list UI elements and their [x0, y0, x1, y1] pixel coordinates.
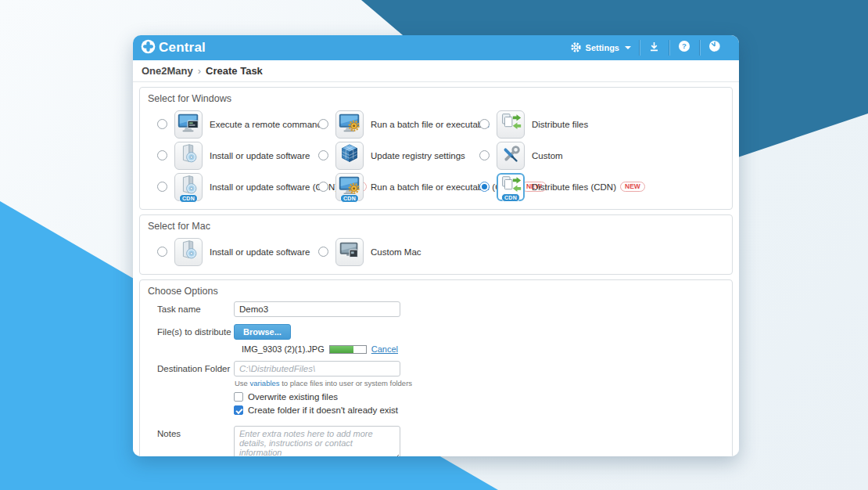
tile-install-or-update-software[interactable]	[174, 238, 203, 266]
radio-install-or-update-software[interactable]	[157, 150, 167, 160]
destination-label: Destination Folder	[157, 361, 234, 419]
option-distribute-files-cdn[interactable]: CDNDistribute files (CDN)NEW	[479, 171, 724, 202]
option-label: Execute a remote command	[210, 120, 322, 129]
select-for-mac-panel: Select for Mac Install or update softwar…	[139, 214, 733, 275]
task-name-label: Task name	[157, 301, 234, 317]
settings-menu[interactable]: Settings	[562, 35, 639, 60]
radio-run-a-batch-file-or-executable[interactable]	[318, 119, 328, 129]
tile-install-or-update-software[interactable]	[174, 142, 203, 170]
tile-distribute-files[interactable]	[497, 110, 525, 139]
files-row: File(s) to distribute Browse... IMG_9303…	[157, 324, 724, 354]
radio-custom[interactable]	[479, 150, 490, 160]
uploaded-file-row: IMG_9303 (2)(1).JPG Cancel	[242, 344, 398, 354]
radio-run-a-batch-file-or-executable-cdn[interactable]	[318, 182, 328, 192]
option-execute-a-remote-command[interactable]: Execute a remote command	[157, 109, 318, 139]
new-badge: NEW	[620, 182, 645, 192]
tile-run-a-batch-file-or-executable-cdn[interactable]: CDN	[335, 173, 364, 201]
breadcrumb: One2Many › Create Task	[133, 60, 739, 82]
svg-text:?: ?	[682, 41, 687, 50]
upload-progress-fill	[330, 346, 353, 353]
tile-custom[interactable]	[497, 142, 525, 170]
app-title: Central	[159, 40, 206, 56]
cancel-upload-link[interactable]: Cancel	[371, 344, 398, 354]
option-label: Update registry settings	[371, 151, 465, 160]
option-distribute-files[interactable]: Distribute files	[479, 109, 724, 139]
destination-folder-input[interactable]	[234, 361, 400, 377]
option-update-registry-settings[interactable]: Update registry settings	[318, 140, 479, 171]
files-label: File(s) to distribute	[157, 324, 234, 354]
software-cd-icon	[176, 238, 201, 266]
checkbox-label: Create folder if it doesn't already exis…	[248, 405, 398, 415]
wrench-screwdriver-icon	[498, 142, 523, 170]
monitor-mac-icon	[337, 238, 362, 266]
radio-distribute-files[interactable]	[479, 119, 490, 129]
desktop-background: Central Settings	[0, 0, 868, 490]
tile-execute-a-remote-command[interactable]	[174, 110, 203, 139]
option-install-or-update-software[interactable]: Install or update software	[157, 140, 318, 171]
gear-icon	[570, 41, 582, 55]
variables-link[interactable]: variables	[250, 379, 280, 387]
option-run-a-batch-file-or-executable[interactable]: Run a batch file or executable	[318, 109, 479, 139]
app-header: Central Settings	[133, 35, 739, 60]
option-label: Distribute files (CDN)NEW	[532, 182, 645, 192]
brand: Central	[141, 39, 206, 57]
option-custom-mac[interactable]: Custom Mac	[318, 236, 479, 267]
download-button[interactable]	[640, 35, 669, 60]
option-label: Run a batch file or executable	[371, 120, 490, 129]
windows-options-grid: Execute a remote command Run a batch fil…	[148, 109, 724, 202]
option-custom[interactable]: Custom	[479, 140, 724, 171]
browse-button[interactable]: Browse...	[234, 324, 291, 340]
destination-checkboxes: Overwrite existing filesCreate folder if…	[234, 392, 412, 415]
choose-options-panel: Choose Options Task name File(s) to dist…	[139, 279, 733, 456]
tile-install-or-update-software-cdn[interactable]: CDN	[174, 173, 203, 201]
cdn-badge: CDN	[179, 194, 198, 203]
radio-update-registry-settings[interactable]	[318, 150, 328, 160]
notes-label: Notes	[157, 426, 234, 456]
section-title-mac: Select for Mac	[148, 221, 724, 232]
tile-update-registry-settings[interactable]	[335, 142, 364, 170]
option-install-or-update-software-cdn[interactable]: CDNInstall or update software (CDN)NEW	[157, 171, 318, 202]
monitor-terminal-icon	[176, 110, 201, 139]
section-title-options: Choose Options	[148, 286, 724, 297]
checkbox-create-folder-if-it-doesn-t-already-exist[interactable]	[234, 405, 243, 415]
main-content: Select for Windows Execute a remote comm…	[133, 82, 739, 456]
notes-textarea[interactable]	[234, 426, 400, 456]
monitor-gear-icon	[337, 110, 362, 139]
mac-options-grid: Install or update software Custom Mac	[148, 236, 724, 267]
option-label: Distribute files	[532, 120, 588, 129]
central-app-window: Central Settings	[133, 35, 739, 456]
checkbox-overwrite-existing-files[interactable]	[234, 392, 243, 402]
option-run-a-batch-file-or-executable-cdn[interactable]: CDNRun a batch file or executable (CDN)N…	[318, 171, 479, 202]
radio-execute-a-remote-command[interactable]	[157, 119, 167, 129]
language-globe-button[interactable]	[700, 35, 730, 60]
download-icon	[648, 41, 660, 56]
task-name-row: Task name	[157, 301, 724, 317]
documents-sync-icon	[498, 110, 523, 139]
breadcrumb-separator: ›	[198, 65, 201, 77]
help-button[interactable]: ?	[669, 35, 699, 60]
tile-run-a-batch-file-or-executable[interactable]	[335, 110, 364, 139]
radio-distribute-files-cdn[interactable]	[479, 182, 490, 192]
radio-custom-mac[interactable]	[318, 247, 328, 257]
breadcrumb-one2many[interactable]: One2Many	[142, 65, 193, 77]
page-title: Create Task	[206, 65, 263, 77]
upload-progress-bar	[329, 345, 367, 354]
cdn-badge: CDN	[501, 193, 520, 202]
radio-install-or-update-software-cdn[interactable]	[157, 182, 167, 192]
option-install-or-update-software[interactable]: Install or update software	[157, 236, 318, 267]
radio-install-or-update-software[interactable]	[157, 247, 167, 257]
option-label: Install or update software	[210, 151, 310, 160]
tile-distribute-files-cdn[interactable]: CDN	[497, 173, 525, 201]
destination-row: Destination Folder Use variables to plac…	[157, 361, 724, 419]
software-cd-icon	[176, 142, 201, 170]
select-for-windows-panel: Select for Windows Execute a remote comm…	[139, 87, 733, 210]
globe-icon	[708, 40, 721, 56]
registry-cube-icon	[337, 142, 362, 170]
tile-custom-mac[interactable]	[335, 238, 364, 266]
central-logo-icon	[141, 39, 156, 57]
checkbox-row-create-folder-if-it-doesn-t-already-exist[interactable]: Create folder if it doesn't already exis…	[234, 405, 412, 415]
task-name-input[interactable]	[234, 301, 400, 317]
checkbox-row-overwrite-existing-files[interactable]: Overwrite existing files	[234, 392, 412, 402]
settings-label: Settings	[586, 43, 619, 52]
destination-help-text: Use variables to place files into user o…	[235, 379, 412, 387]
